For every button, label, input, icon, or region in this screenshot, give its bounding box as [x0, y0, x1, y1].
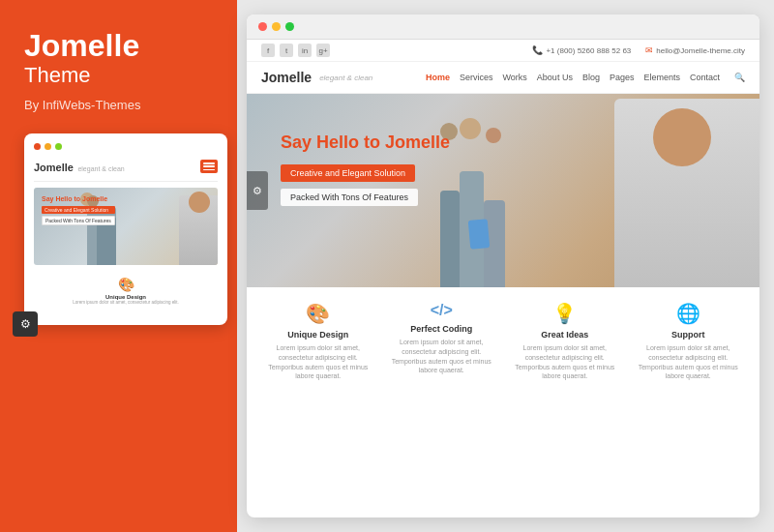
nav-item-pages[interactable]: Pages — [610, 73, 635, 82]
desktop-site: f t in g+ 📞 +1 (800) 5260 888 52 63 ✉ he… — [247, 40, 759, 517]
hamburger-line — [203, 163, 215, 164]
site-topbar: f t in g+ 📞 +1 (800) 5260 888 52 63 ✉ he… — [247, 40, 759, 62]
mobile-feature-icon: 🎨 — [73, 277, 179, 292]
hero-clipboard — [468, 219, 491, 250]
hamburger-line — [203, 169, 215, 171]
social-googleplus-icon[interactable]: g+ — [316, 44, 330, 57]
hero-person3-head — [486, 128, 501, 143]
hero-main-person-head — [653, 108, 711, 166]
topbar-email: ✉ hello@Jomelle-theme.city — [645, 45, 745, 55]
hero-settings-toggle[interactable]: ⚙ — [247, 171, 268, 210]
hero-main-title: Say Hello to Jomelle — [281, 133, 450, 153]
site-tagline: elegant & clean — [319, 74, 372, 82]
feature-great-ideas: 💡 Great Ideas Lorem ipsum dolor sit amet… — [508, 302, 622, 381]
nav-item-works[interactable]: Works — [503, 73, 527, 82]
social-facebook-icon[interactable]: f — [261, 44, 275, 57]
mobile-browser-dots — [34, 143, 218, 150]
mobile-preview: Jomelle elegant & clean Say Hello to — [24, 133, 227, 325]
nav-item-contact[interactable]: Contact — [690, 73, 720, 82]
mobile-dot-red — [34, 143, 41, 150]
feature-design-icon: 🎨 — [261, 302, 375, 325]
hero-badge2: Packed With Tons Of Features — [281, 187, 450, 206]
nav-item-home[interactable]: Home — [426, 73, 450, 82]
hero-person1-head — [460, 118, 481, 139]
browser-dot-green — [285, 22, 294, 31]
nav-item-services[interactable]: Services — [460, 73, 493, 82]
social-twitter-icon[interactable]: t — [280, 44, 293, 57]
site-features: 🎨 Unique Design Lorem ipsum dolor sit am… — [247, 287, 759, 393]
feature-code-title: Perfect Coding — [385, 324, 499, 334]
site-logo[interactable]: Jomelle — [261, 70, 312, 85]
feature-unique-design: 🎨 Unique Design Lorem ipsum dolor sit am… — [261, 302, 375, 381]
mobile-hero-badge1: Creative and Elegant Solution — [42, 206, 115, 214]
site-navbar: Jomelle elegant & clean Home Services Wo… — [247, 62, 759, 94]
feature-support-icon: 🌐 — [632, 302, 746, 325]
left-panel: Jomelle Theme By InfiWebs-Themes Jomelle… — [0, 0, 237, 532]
feature-ideas-title: Great Ideas — [508, 330, 622, 340]
feature-ideas-icon: 💡 — [508, 302, 622, 325]
mobile-features: 🎨 Unique Design Lorem ipsum dolor sit am… — [34, 273, 218, 310]
mobile-dot-green — [55, 143, 62, 150]
hamburger-line — [203, 165, 215, 167]
feature-support-desc: Lorem ipsum dolor sit amet, consectetur … — [632, 343, 746, 381]
feature-code-icon: </> — [385, 302, 499, 319]
site-hero: ⚙ Say Hello to Jomelle Creative and Eleg… — [247, 94, 759, 287]
feature-design-title: Unique Design — [261, 330, 375, 340]
mobile-logo: Jomelle elegant & clean — [34, 158, 125, 175]
feature-code-desc: Lorem ipsum dolor sit amet, consectetur … — [385, 338, 499, 375]
mobile-dot-yellow — [45, 143, 51, 150]
feature-support-title: Support — [632, 330, 746, 340]
browser-dot-yellow — [272, 22, 281, 31]
nav-search-icon[interactable]: 🔍 — [734, 73, 745, 82]
phone-icon: 📞 — [532, 45, 543, 55]
hamburger-icon[interactable] — [200, 160, 218, 173]
topbar-socials: f t in g+ — [261, 44, 330, 57]
feature-perfect-coding: </> Perfect Coding Lorem ipsum dolor sit… — [385, 302, 499, 381]
feature-ideas-desc: Lorem ipsum dolor sit amet, consectetur … — [508, 343, 622, 381]
mobile-navbar: Jomelle elegant & clean — [34, 158, 218, 182]
browser-dot-red — [258, 22, 267, 31]
mobile-hero: Say Hello to Jomelle Creative and Elegan… — [34, 188, 218, 265]
topbar-phone: 📞 +1 (800) 5260 888 52 63 — [532, 45, 631, 55]
social-linkedin-icon[interactable]: in — [298, 44, 312, 57]
hero-text-overlay: Say Hello to Jomelle Creative and Elegan… — [281, 133, 450, 206]
right-panel: f t in g+ 📞 +1 (800) 5260 888 52 63 ✉ he… — [237, 0, 774, 532]
brand-title: Jomelle Theme — [24, 29, 213, 88]
email-icon: ✉ — [645, 45, 653, 55]
mobile-feature-item: 🎨 Unique Design Lorem ipsum dolor sit am… — [69, 273, 183, 310]
brand-by: By InfiWebs-Themes — [24, 98, 213, 112]
feature-support: 🌐 Support Lorem ipsum dolor sit amet, co… — [632, 302, 746, 381]
mobile-hero-badge2: Packed With Tons Of Features — [42, 216, 115, 225]
mobile-hero-title: Say Hello to Jomelle — [42, 195, 115, 202]
browser-chrome — [247, 15, 759, 40]
mobile-settings-badge[interactable]: ⚙ — [13, 311, 38, 337]
desktop-browser: f t in g+ 📞 +1 (800) 5260 888 52 63 ✉ he… — [247, 15, 759, 517]
hero-brand-name: Jomelle — [385, 133, 450, 152]
mobile-hero-text: Say Hello to Jomelle Creative and Elegan… — [42, 195, 115, 225]
site-nav-items: Home Services Works About Us Blog Pages … — [426, 73, 745, 82]
hero-badge1: Creative and Elegant Solution — [281, 163, 450, 187]
nav-item-elements[interactable]: Elements — [643, 73, 680, 82]
nav-item-blog[interactable]: Blog — [582, 73, 600, 82]
mobile-feature-desc: Lorem ipsum dolor sit amet, consectetur … — [73, 300, 179, 306]
feature-design-desc: Lorem ipsum dolor sit amet, consectetur … — [261, 343, 375, 381]
nav-item-about[interactable]: About Us — [537, 73, 573, 82]
